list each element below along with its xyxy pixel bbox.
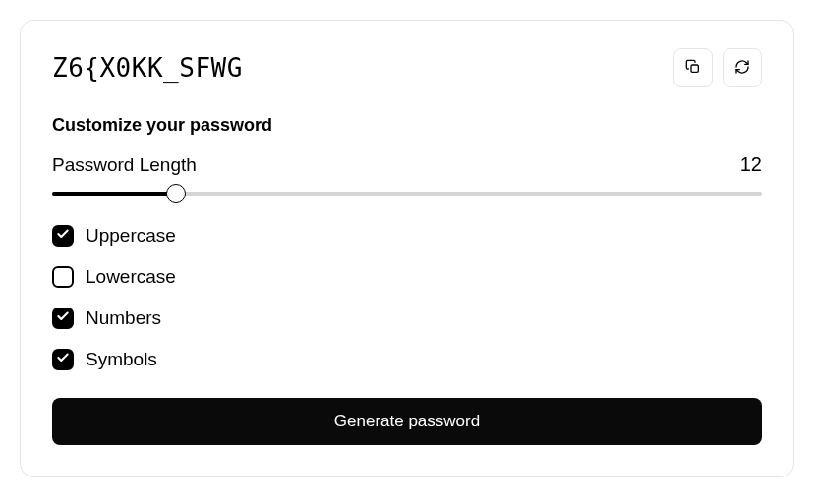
- numbers-option[interactable]: Numbers: [52, 308, 762, 329]
- length-label: Password Length: [52, 154, 197, 176]
- options-list: Uppercase Lowercase Numbers Symbols: [52, 225, 762, 370]
- numbers-checkbox[interactable]: [52, 308, 74, 329]
- check-icon: [56, 309, 70, 327]
- generated-password: Z6{X0KK_SFWG: [52, 53, 243, 83]
- header-row: Z6{X0KK_SFWG: [52, 48, 762, 87]
- generate-button[interactable]: Generate password: [52, 398, 762, 445]
- copy-icon: [685, 59, 701, 78]
- refresh-button[interactable]: [723, 48, 762, 87]
- length-value: 12: [740, 153, 762, 176]
- section-title: Customize your password: [52, 115, 762, 136]
- slider-fill: [52, 192, 176, 196]
- length-row: Password Length 12: [52, 153, 762, 176]
- length-slider[interactable]: [52, 184, 762, 203]
- numbers-label: Numbers: [86, 308, 161, 329]
- symbols-label: Symbols: [86, 349, 157, 370]
- symbols-option[interactable]: Symbols: [52, 349, 762, 370]
- slider-thumb[interactable]: [166, 184, 186, 203]
- check-icon: [56, 227, 70, 245]
- check-icon: [56, 351, 70, 368]
- lowercase-option[interactable]: Lowercase: [52, 266, 762, 288]
- svg-rect-0: [691, 65, 698, 72]
- lowercase-label: Lowercase: [86, 266, 176, 288]
- uppercase-checkbox[interactable]: [52, 225, 74, 247]
- uppercase-label: Uppercase: [86, 225, 176, 247]
- copy-button[interactable]: [673, 48, 713, 87]
- symbols-checkbox[interactable]: [52, 349, 74, 370]
- header-actions: [673, 48, 762, 87]
- lowercase-checkbox[interactable]: [52, 266, 74, 288]
- password-generator-card: Z6{X0KK_SFWG: [20, 20, 794, 477]
- uppercase-option[interactable]: Uppercase: [52, 225, 762, 247]
- refresh-icon: [734, 59, 750, 78]
